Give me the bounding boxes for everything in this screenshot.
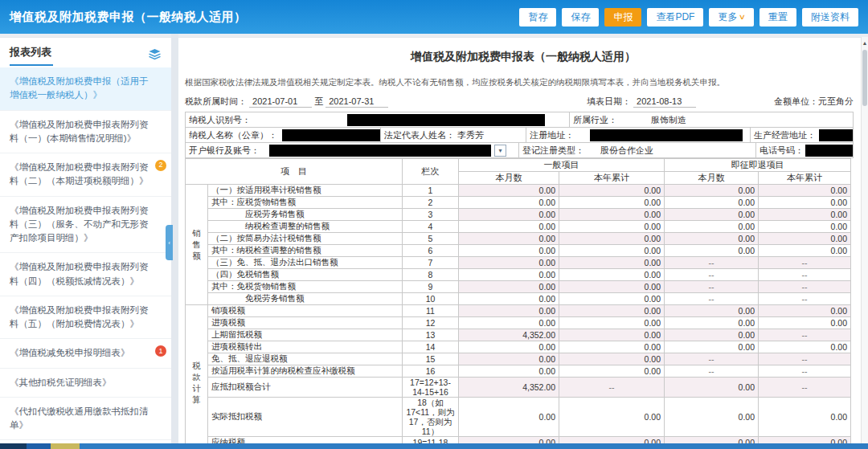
- value-cell[interactable]: --: [759, 365, 851, 378]
- value-cell[interactable]: 0.00: [559, 233, 665, 245]
- value-cell[interactable]: 0.00: [459, 185, 559, 197]
- value-cell[interactable]: --: [665, 365, 759, 378]
- value-cell[interactable]: 0.00: [559, 437, 665, 443]
- value-cell[interactable]: 0.00: [559, 305, 665, 317]
- value-cell[interactable]: --: [759, 293, 851, 305]
- value-cell[interactable]: 0.00: [559, 245, 665, 257]
- declare-button[interactable]: 申报: [604, 8, 641, 27]
- value-cell[interactable]: --: [759, 281, 851, 293]
- sidebar-collapse-handle[interactable]: ‹: [166, 225, 173, 260]
- value-cell[interactable]: 0.00: [759, 197, 851, 209]
- scrollbar-thumb[interactable]: [862, 50, 867, 106]
- value-cell[interactable]: 0.00: [559, 281, 665, 293]
- sidebar-item-report-8[interactable]: 《其他扣税凭证明细表》: [0, 369, 171, 398]
- value-cell[interactable]: 0.00: [665, 437, 759, 443]
- sidebar-item-report-6[interactable]: 《增值税及附加税费申报表附列资料（五）（附加税费情况表）》: [0, 296, 171, 340]
- value-cell[interactable]: --: [759, 353, 851, 365]
- value-cell[interactable]: 0.00: [759, 341, 851, 353]
- attachments-button[interactable]: 附送资料: [802, 8, 858, 27]
- period-start-field[interactable]: 2021-07-01: [249, 96, 312, 108]
- value-cell[interactable]: 0.00: [559, 293, 665, 305]
- value-cell[interactable]: 0.00: [665, 221, 759, 233]
- value-cell[interactable]: 0.00: [559, 398, 665, 437]
- scroll-up-icon[interactable]: ▲: [862, 40, 868, 46]
- value-cell[interactable]: 0.00: [559, 221, 665, 233]
- value-cell[interactable]: 0.00: [759, 245, 851, 257]
- value-cell[interactable]: 0.00: [559, 365, 665, 378]
- value-cell[interactable]: 0.00: [459, 245, 559, 257]
- value-cell[interactable]: 0.00: [559, 209, 665, 221]
- value-cell[interactable]: 0.00: [665, 317, 759, 329]
- value-cell[interactable]: --: [665, 257, 759, 269]
- value-cell[interactable]: 0.00: [559, 257, 665, 269]
- value-cell[interactable]: 0.00: [665, 245, 759, 257]
- value-cell[interactable]: 0.00: [559, 197, 665, 209]
- value-cell[interactable]: 0.00: [459, 437, 559, 443]
- fill-date-field[interactable]: 2021-08-13: [633, 96, 696, 108]
- value-cell[interactable]: 0.00: [665, 378, 759, 398]
- bank-account-dropdown[interactable]: ▾: [494, 145, 506, 157]
- value-cell[interactable]: 4,352.00: [459, 329, 559, 341]
- reset-button[interactable]: 重置: [760, 8, 796, 27]
- value-cell[interactable]: 0.00: [665, 341, 759, 353]
- sidebar-item-report-1[interactable]: 《增值税及附加税费申报（适用于增值税一般纳税人）》: [0, 67, 171, 111]
- value-cell[interactable]: --: [665, 281, 759, 293]
- value-cell[interactable]: 0.00: [665, 197, 759, 209]
- value-cell[interactable]: 0.00: [559, 353, 665, 365]
- value-cell[interactable]: 0.00: [759, 437, 851, 443]
- value-cell[interactable]: 0.00: [759, 185, 851, 197]
- value-cell[interactable]: 0.00: [459, 341, 559, 353]
- value-cell[interactable]: 4,352.00: [459, 378, 559, 398]
- sidebar-item-report-2[interactable]: 《增值税及附加税费申报表附列资料（一）(本期销售情况明细)》: [0, 111, 171, 154]
- value-cell[interactable]: --: [665, 293, 759, 305]
- value-cell[interactable]: 0.00: [459, 209, 559, 221]
- value-cell[interactable]: --: [759, 329, 851, 341]
- value-cell[interactable]: 0.00: [759, 398, 851, 437]
- value-cell[interactable]: --: [759, 269, 851, 281]
- period-end-field[interactable]: 2021-07-31: [326, 96, 388, 108]
- value-cell[interactable]: 0.00: [459, 281, 559, 293]
- value-cell[interactable]: 0.00: [559, 341, 665, 353]
- save-button[interactable]: 保存: [562, 8, 599, 27]
- temp-save-button[interactable]: 暂存: [519, 8, 556, 27]
- value-cell[interactable]: --: [759, 378, 851, 398]
- value-cell[interactable]: 0.00: [759, 233, 851, 245]
- sidebar-item-report-9[interactable]: 《代扣代缴税收通用缴款书抵扣清单》: [0, 398, 171, 441]
- value-cell[interactable]: 0.00: [759, 305, 851, 317]
- vertical-scrollbar[interactable]: ▲: [861, 37, 868, 443]
- value-cell[interactable]: --: [665, 269, 759, 281]
- value-cell[interactable]: 0.00: [759, 221, 851, 233]
- value-cell[interactable]: 0.00: [459, 398, 559, 437]
- layers-icon[interactable]: [148, 48, 162, 63]
- value-cell[interactable]: 0.00: [559, 185, 665, 197]
- value-cell[interactable]: 0.00: [459, 305, 559, 317]
- value-cell[interactable]: 0.00: [459, 269, 559, 281]
- value-cell[interactable]: 0.00: [459, 317, 559, 329]
- sidebar-item-report-7[interactable]: 《增值税减免税申报明细表》1: [0, 339, 171, 368]
- sidebar-item-report-3[interactable]: 《增值税及附加税费申报表附列资料（二）（本期进项税额明细）》2: [0, 153, 171, 197]
- value-cell[interactable]: 0.00: [665, 209, 759, 221]
- value-cell[interactable]: 0.00: [665, 305, 759, 317]
- value-cell[interactable]: 0.00: [665, 185, 759, 197]
- value-cell[interactable]: 0.00: [459, 197, 559, 209]
- value-cell[interactable]: 0.00: [459, 365, 559, 378]
- value-cell[interactable]: --: [759, 257, 851, 269]
- value-cell[interactable]: 0.00: [559, 269, 665, 281]
- value-cell[interactable]: 0.00: [759, 317, 851, 329]
- view-pdf-button[interactable]: 查看PDF: [647, 8, 703, 27]
- sidebar-item-report-5[interactable]: 《增值税及附加税费申报表附列资料（四）（税额抵减情况表）》: [0, 253, 171, 296]
- value-cell[interactable]: 0.00: [665, 329, 759, 341]
- value-cell[interactable]: 0.00: [665, 398, 759, 437]
- value-cell[interactable]: 0.00: [459, 221, 559, 233]
- value-cell[interactable]: 0.00: [459, 353, 559, 365]
- value-cell[interactable]: --: [559, 378, 665, 398]
- value-cell[interactable]: --: [665, 353, 759, 365]
- value-cell[interactable]: 0.00: [459, 293, 559, 305]
- value-cell[interactable]: 0.00: [459, 257, 559, 269]
- value-cell[interactable]: 0.00: [459, 233, 559, 245]
- value-cell[interactable]: 0.00: [559, 317, 665, 329]
- value-cell[interactable]: 0.00: [559, 329, 665, 341]
- sidebar-item-report-4[interactable]: 《增值税及附加税费申报表附列资料（三）（服务、不动产和无形资产扣除项目明细）》: [0, 197, 171, 254]
- value-cell[interactable]: 0.00: [665, 233, 759, 245]
- value-cell[interactable]: 0.00: [759, 209, 851, 221]
